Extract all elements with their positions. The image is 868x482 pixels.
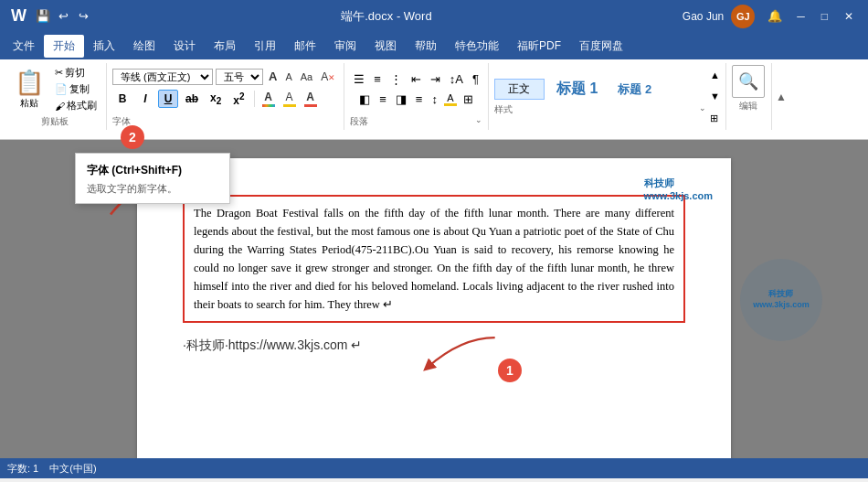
- edit-label: 编辑: [739, 100, 757, 112]
- tooltip-description: 选取文字的新字体。: [87, 182, 218, 196]
- increase-indent-button[interactable]: ⇥: [427, 70, 444, 88]
- minimize-button[interactable]: ─: [789, 8, 812, 25]
- font-color-swatch: [304, 104, 317, 107]
- maximize-button[interactable]: □: [814, 8, 835, 25]
- strikethrough-button[interactable]: ab: [181, 91, 203, 107]
- style-heading1-label: 标题 1: [556, 80, 598, 96]
- show-formatting-button[interactable]: ¶: [469, 70, 482, 88]
- multilevel-button[interactable]: ⋮: [386, 70, 406, 88]
- bottom-text-line: ·科技师·https://www.3kjs.com ↵: [183, 337, 685, 354]
- font-grow-button[interactable]: A: [266, 69, 280, 84]
- shading-button[interactable]: A: [443, 91, 458, 107]
- font-row-1: 等线 (西文正文) 五号 A A Aa A✕: [112, 69, 338, 85]
- save-button[interactable]: 💾: [36, 9, 50, 24]
- redo-button[interactable]: ↪: [76, 9, 90, 24]
- word-count: 字数: 1: [7, 462, 38, 476]
- paste-label: 粘贴: [20, 97, 38, 110]
- styles-more[interactable]: ⊞: [710, 112, 720, 124]
- status-bar: 字数: 1 中文(中国): [0, 458, 868, 478]
- subscript-button[interactable]: x2: [206, 90, 226, 108]
- menu-mailings[interactable]: 邮件: [285, 35, 325, 58]
- italic-button[interactable]: I: [135, 91, 155, 107]
- align-center-button[interactable]: ≡: [376, 91, 390, 108]
- font-case-button[interactable]: Aa: [298, 70, 315, 84]
- paste-button[interactable]: 📋 粘贴: [9, 67, 49, 112]
- shading-color: [444, 103, 457, 106]
- styles-scroll-up[interactable]: ▲: [710, 70, 720, 80]
- numbering-button[interactable]: ≡: [370, 70, 385, 88]
- menu-draw[interactable]: 绘图: [124, 35, 164, 58]
- menu-foxitpdf[interactable]: 福昕PDF: [508, 35, 570, 58]
- watermark-logo: 科技师www.3kjs.com: [644, 177, 713, 201]
- menu-home[interactable]: 开始: [44, 35, 84, 58]
- copy-icon: 📄: [55, 83, 68, 95]
- menu-design[interactable]: 设计: [164, 35, 205, 58]
- styles-expand-icon[interactable]: ⌄: [699, 103, 706, 116]
- font-shrink-button[interactable]: A: [282, 70, 294, 83]
- bullets-button[interactable]: ☰: [350, 70, 368, 88]
- divider: [254, 91, 255, 107]
- styles-label: 样式 ⌄: [494, 103, 706, 116]
- menu-help[interactable]: 帮助: [406, 35, 446, 58]
- menu-view[interactable]: 视图: [365, 35, 406, 58]
- bold-button[interactable]: B: [112, 91, 132, 107]
- cut-button[interactable]: ✂剪切: [51, 65, 101, 80]
- styles-gallery: 正文 标题 1 标题 2: [494, 77, 706, 102]
- search-button[interactable]: 🔍: [732, 65, 765, 98]
- align-right-button[interactable]: ◨: [392, 91, 410, 108]
- paragraph-group: ☰ ≡ ⋮ ⇤ ⇥ ↕A ¶ ◧ ≡ ◨ ≡ ↕ A: [344, 63, 489, 130]
- styles-group: 正文 标题 1 标题 2 样式 ⌄ ▲ ▼ ⊞: [489, 63, 726, 130]
- clear-format-button[interactable]: A✕: [318, 69, 338, 85]
- title-bar-right: Gao Jun GJ 🔔 ─ □ ✕: [683, 5, 861, 28]
- style-heading1[interactable]: 标题 1: [548, 77, 606, 102]
- font-family-select[interactable]: 等线 (西文正文): [112, 69, 213, 85]
- menu-features[interactable]: 特色功能: [446, 35, 508, 58]
- format-painter-button[interactable]: 🖌格式刷: [51, 98, 101, 113]
- ribbon-collapse-button[interactable]: ▲: [772, 63, 790, 130]
- text-effect-icon: A: [264, 91, 272, 103]
- menu-review[interactable]: 审阅: [325, 35, 365, 58]
- styles-content: 正文 标题 1 标题 2 样式 ⌄: [494, 77, 706, 116]
- styles-scroll-down[interactable]: ▼: [710, 91, 720, 102]
- menu-bar: 文件 开始 插入 绘图 设计 布局 引用 邮件 审阅 视图 帮助 特色功能 福昕…: [0, 32, 868, 59]
- copy-button[interactable]: 📄复制: [51, 81, 101, 97]
- menu-baidupan[interactable]: 百度网盘: [570, 35, 632, 58]
- font-color-icon: A: [306, 91, 314, 103]
- justify-button[interactable]: ≡: [412, 91, 427, 108]
- close-button[interactable]: ✕: [837, 8, 861, 25]
- style-normal[interactable]: 正文: [494, 79, 545, 100]
- undo-button[interactable]: ↩: [56, 9, 70, 24]
- paragraph-row-1: ☰ ≡ ⋮ ⇤ ⇥ ↕A ¶: [350, 70, 482, 88]
- menu-references[interactable]: 引用: [245, 35, 285, 58]
- borders-button[interactable]: ⊞: [460, 91, 477, 108]
- paragraph-expand-icon[interactable]: ⌄: [475, 115, 482, 128]
- text-effect-button[interactable]: A: [259, 90, 278, 108]
- tooltip-title: 字体 (Ctrl+Shift+F): [87, 161, 218, 178]
- font-group: 等线 (西文正文) 五号 A A Aa A✕ B I U: [107, 63, 344, 130]
- line-spacing-button[interactable]: ↕: [428, 91, 441, 108]
- paragraph-content: ☰ ≡ ⋮ ⇤ ⇥ ↕A ¶ ◧ ≡ ◨ ≡ ↕ A: [350, 65, 482, 113]
- clipboard-label: 剪贴板: [41, 115, 69, 128]
- window-controls: ─ □ ✕: [789, 8, 861, 25]
- style-heading2[interactable]: 标题 2: [609, 79, 660, 101]
- annotation-badge-2: 2: [121, 125, 144, 149]
- superscript-button[interactable]: x2: [228, 90, 249, 109]
- window-title: 端午.docx - Word: [90, 8, 683, 25]
- menu-insert[interactable]: 插入: [84, 35, 124, 58]
- search-icon: 🔍: [738, 71, 758, 91]
- align-left-button[interactable]: ◧: [355, 91, 374, 108]
- font-size-select[interactable]: 五号: [216, 69, 263, 85]
- highlight-button[interactable]: A: [281, 90, 299, 108]
- sort-button[interactable]: ↕A: [446, 70, 467, 88]
- decrease-indent-button[interactable]: ⇤: [408, 70, 425, 88]
- user-avatar[interactable]: GJ: [731, 5, 755, 28]
- menu-layout[interactable]: 布局: [205, 35, 245, 58]
- text-selection-box[interactable]: The Dragon Boat Festival falls on the fi…: [183, 195, 685, 323]
- clear-format-icon: A✕: [321, 70, 335, 83]
- text-effect-color: [262, 104, 275, 107]
- paragraph-label: 段落 ⌄: [350, 115, 482, 128]
- edit-group: 🔍 编辑: [726, 63, 772, 130]
- font-color-button[interactable]: A: [302, 90, 320, 108]
- menu-file[interactable]: 文件: [4, 35, 44, 58]
- underline-button[interactable]: U: [158, 90, 178, 108]
